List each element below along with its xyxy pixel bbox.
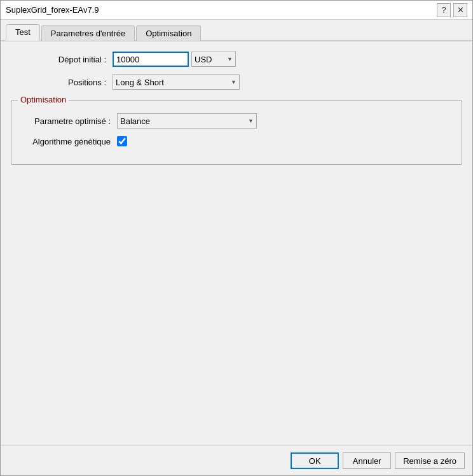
annuler-button[interactable]: Annuler (343, 452, 391, 469)
help-button[interactable]: ? (437, 3, 451, 17)
depot-controls: USD EUR GBP (113, 52, 236, 67)
positions-label: Positions : (36, 78, 106, 87)
ok-button[interactable]: OK (291, 452, 339, 469)
content-area: Dépot initial : USD EUR GBP Positions : (1, 41, 472, 445)
window-title: SuplexGrid_forex-EAv7.9 (6, 5, 99, 15)
algorithme-label: Algorithme génétique (22, 137, 111, 146)
parametre-select[interactable]: Balance Drawdown Profit Factor (117, 113, 257, 129)
optimisation-group: Optimisation Parametre optimisé : Balanc… (11, 100, 462, 165)
positions-controls: Long & Short Long only Short only (113, 74, 240, 90)
parametre-wrapper: Balance Drawdown Profit Factor (117, 113, 257, 129)
algorithme-checkbox-wrapper (117, 136, 127, 146)
parametre-label: Parametre optimisé : (22, 116, 111, 126)
currency-select[interactable]: USD EUR GBP (191, 52, 236, 67)
currency-wrapper: USD EUR GBP (191, 52, 236, 67)
title-bar-right: ? ✕ (437, 3, 467, 17)
algorithme-row: Algorithme génétique (22, 136, 451, 146)
title-bar: SuplexGrid_forex-EAv7.9 ? ✕ (1, 1, 472, 20)
remise-button[interactable]: Remise a zéro (395, 452, 465, 469)
depot-row: Dépot initial : USD EUR GBP (36, 52, 462, 67)
main-window: SuplexGrid_forex-EAv7.9 ? ✕ Test Paramet… (0, 0, 473, 476)
group-title: Optimisation (18, 95, 69, 104)
positions-select[interactable]: Long & Short Long only Short only (113, 74, 240, 90)
algorithme-checkbox[interactable] (117, 136, 127, 146)
tab-params[interactable]: Parametres d'entrée (41, 25, 135, 41)
positions-wrapper: Long & Short Long only Short only (113, 74, 240, 90)
title-bar-left: SuplexGrid_forex-EAv7.9 (6, 5, 99, 15)
close-button[interactable]: ✕ (453, 3, 467, 17)
depot-input[interactable] (113, 52, 189, 67)
tab-bar: Test Parametres d'entrée Optimisation (1, 20, 472, 41)
tab-optim[interactable]: Optimisation (136, 25, 201, 41)
bottom-bar: OK Annuler Remise a zéro (1, 445, 472, 475)
parametre-row: Parametre optimisé : Balance Drawdown Pr… (22, 113, 451, 129)
depot-label: Dépot initial : (36, 55, 106, 64)
positions-row: Positions : Long & Short Long only Short… (36, 74, 462, 90)
tab-test[interactable]: Test (6, 24, 40, 41)
group-content: Parametre optimisé : Balance Drawdown Pr… (22, 113, 451, 146)
